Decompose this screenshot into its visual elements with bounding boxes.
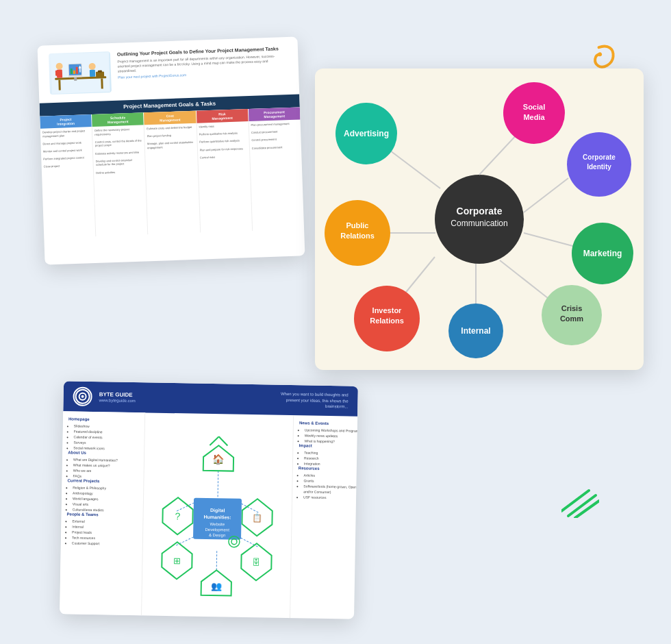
svg-text:Public: Public — [346, 221, 368, 230]
svg-rect-21 — [73, 71, 75, 74]
svg-line-46 — [404, 257, 435, 295]
svg-rect-18 — [95, 71, 103, 77]
svg-rect-20 — [70, 69, 72, 74]
byteguide-brand: BYTE GUIDE www.byteguide.com — [99, 391, 136, 403]
svg-text:🗄: 🗄 — [252, 558, 260, 567]
svg-text:👥: 👥 — [211, 580, 223, 592]
byteguide-header: BYTE GUIDE www.byteguide.com When you wa… — [63, 381, 358, 416]
svg-text:Communication: Communication — [451, 219, 507, 228]
list-item: Customer Support — [72, 541, 137, 547]
byteguide-center-diagram: 🏠 ? 📋 Digital Humanities: Website Develo… — [142, 412, 293, 618]
svg-rect-22 — [75, 67, 77, 74]
byteguide-left-sidebar: Homepage Slideshow Featured discipline C… — [60, 411, 145, 615]
impact-list: Teaching Research Integration — [299, 449, 358, 467]
svg-line-65 — [216, 549, 217, 570]
svg-text:Corporate: Corporate — [583, 153, 616, 161]
resources-title: Resources — [299, 466, 358, 471]
people-teams-list: External Internal Project leads Tech res… — [66, 518, 138, 547]
byteguide-tagline: When you want to build thoughts and pres… — [266, 391, 348, 410]
news-events-title: News & Events — [299, 421, 358, 426]
people-teams-section: People & Teams External Internal Project… — [66, 512, 138, 547]
byteguide-url: www.byteguide.com — [99, 398, 135, 403]
homepage-section: Homepage Slideshow Featured discipline C… — [68, 417, 139, 451]
pm-illustration — [49, 51, 112, 95]
svg-text:Comm: Comm — [560, 314, 583, 323]
svg-line-2 — [561, 491, 589, 511]
pm-cost-tasks: Estimate costs and determine budget Plan… — [144, 123, 201, 235]
resources-list: Articles Grants Software/tools (home-gro… — [298, 472, 358, 501]
svg-text:⊞: ⊞ — [173, 556, 181, 566]
byteguide-card: BYTE GUIDE www.byteguide.com When you wa… — [60, 381, 358, 619]
hex-diagram-svg: 🏠 ? 📋 Digital Humanities: Website Develo… — [148, 432, 288, 598]
svg-text:Advertising: Advertising — [344, 129, 389, 138]
svg-rect-17 — [89, 70, 94, 77]
svg-text:Internal: Internal — [461, 326, 490, 336]
green-lines-decoration — [561, 487, 599, 521]
svg-line-32 — [524, 178, 568, 212]
mindmap-svg: Corporate Communication Social Media Cor… — [315, 69, 644, 370]
svg-text:Media: Media — [523, 113, 545, 121]
pm-schedule-tasks: Define the necessary project requirement… — [92, 125, 149, 236]
svg-text:& Design: & Design — [209, 533, 225, 537]
svg-rect-15 — [58, 71, 60, 76]
homepage-list: Slideshow Featured discipline Calendar o… — [68, 423, 139, 451]
svg-line-36 — [524, 233, 575, 247]
mindmap-container: Corporate Communication Social Media Cor… — [315, 69, 644, 370]
svg-line-68 — [210, 436, 218, 445]
pm-risk-tasks: Identify risks Perform qualitative risk … — [197, 121, 253, 233]
svg-text:Development: Development — [205, 528, 230, 532]
pm-procurement-tasks: Plan procurement management Conduct proc… — [249, 119, 304, 231]
about-section: About Us What are Digital Humanities? Wh… — [68, 450, 139, 480]
byteguide-body: Homepage Slideshow Featured discipline C… — [60, 411, 357, 619]
svg-line-69 — [218, 436, 227, 445]
svg-text:Identity: Identity — [587, 163, 611, 171]
about-list: What are Digital Humanities? What makes … — [68, 456, 139, 480]
pm-integration-tasks: Develop project charter and project mana… — [40, 127, 97, 238]
list-item: USF resources — [303, 494, 358, 501]
svg-line-39 — [500, 260, 548, 298]
current-projects-list: Religion & Philosophy Anthropology World… — [67, 484, 138, 513]
svg-text:Relations: Relations — [370, 317, 404, 325]
svg-text:Crisis: Crisis — [561, 304, 583, 312]
svg-rect-19 — [97, 70, 101, 72]
pm-title-area: Outlining Your Project Goals to Define Y… — [117, 45, 288, 80]
svg-text:Investor: Investor — [372, 306, 403, 314]
pm-table-body: Develop project charter and project mana… — [40, 119, 304, 238]
homepage-title: Homepage — [68, 417, 139, 422]
svg-text:?: ? — [175, 510, 181, 521]
svg-text:Marketing: Marketing — [583, 249, 622, 258]
svg-text:Corporate: Corporate — [457, 206, 503, 216]
svg-point-59 — [81, 395, 84, 398]
current-projects-section: Current Projects Religion & Philosophy A… — [67, 478, 138, 513]
svg-text:Relations: Relations — [340, 232, 375, 240]
svg-rect-8 — [101, 78, 103, 88]
impact-title: Impact — [299, 443, 358, 449]
resources-section: Resources Articles Grants Software/tools… — [298, 466, 358, 501]
list-item: Software/tools (home-grown, Open-source … — [303, 483, 358, 495]
svg-text:Website: Website — [210, 522, 225, 526]
about-title: About Us — [68, 450, 138, 456]
svg-text:🏠: 🏠 — [212, 454, 225, 465]
svg-rect-14 — [55, 71, 58, 76]
news-events-list: Upcoming Workshops and Programs Weekly n… — [299, 427, 357, 445]
project-management-card: Outlining Your Project Goals to Define Y… — [38, 36, 305, 264]
byteguide-logo — [73, 387, 92, 406]
pm-card-header: Outlining Your Project Goals to Define Y… — [38, 36, 300, 103]
corporate-communication-mindmap: Corporate Communication Social Media Cor… — [315, 69, 644, 370]
current-projects-title: Current Projects — [67, 478, 138, 484]
svg-text:Humanities:: Humanities: — [203, 515, 231, 520]
byteguide-right-sidebar: News & Events Upcoming Workshops and Pro… — [290, 415, 358, 619]
svg-point-87 — [231, 539, 237, 545]
svg-rect-7 — [58, 80, 61, 90]
svg-text:Social: Social — [523, 103, 545, 111]
svg-line-54 — [390, 151, 440, 188]
people-teams-title: People & Teams — [67, 512, 138, 517]
svg-text:📋: 📋 — [252, 512, 262, 523]
news-events-section: News & Events Upcoming Workshops and Pro… — [299, 421, 357, 445]
impact-section: Impact Teaching Research Integration — [299, 443, 358, 467]
svg-rect-11 — [74, 77, 77, 81]
svg-line-60 — [218, 471, 218, 498]
